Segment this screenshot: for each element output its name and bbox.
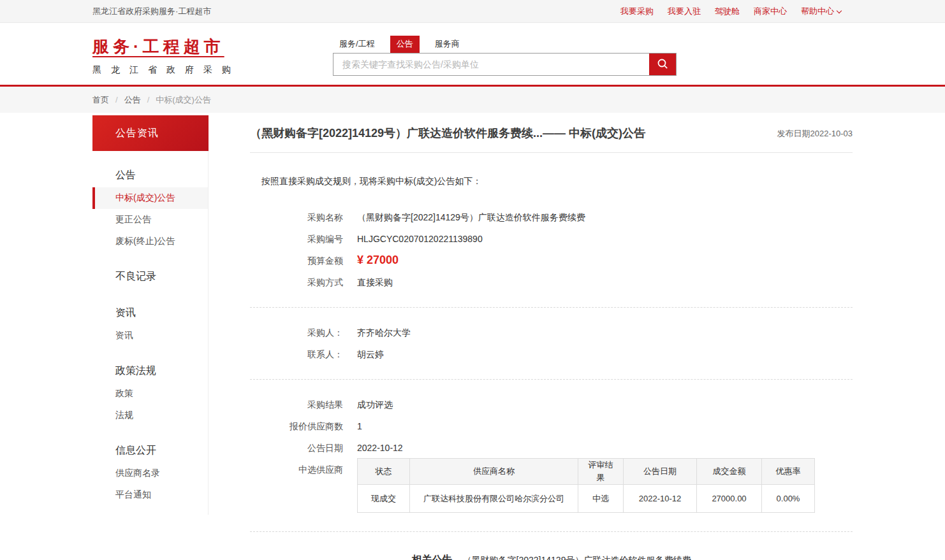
- sidebar-item-correction-announcement[interactable]: 更正公告: [92, 209, 208, 231]
- field-label: 采购方式: [250, 276, 343, 289]
- cell-deal-amount: 27000.00: [697, 485, 762, 513]
- publish-date: 发布日期2022-10-03: [758, 128, 853, 140]
- field-value: HLJGCYC02070120221139890: [357, 233, 483, 245]
- sidebar-header-announcements[interactable]: 公告: [92, 164, 208, 187]
- logo-subtitle: 黑龙江省政府采购: [92, 64, 245, 76]
- sidebar-group-announcements: 公告 中标(成交)公告 更正公告 废标(终止)公告: [92, 151, 208, 252]
- column-header-status: 状态: [358, 459, 410, 485]
- sidebar-group-policies: 政策法规 政策 法规: [92, 347, 208, 426]
- sidebar-item-policy[interactable]: 政策: [92, 383, 208, 405]
- content: 公告资讯 公告 中标(成交)公告 更正公告 废标(终止)公告 不良记录 资讯 资…: [92, 113, 853, 560]
- tab-announcements[interactable]: 公告: [390, 36, 420, 53]
- field-announcement-date: 公告日期 2022-10-12: [250, 437, 853, 459]
- site-title: 黑龙江省政府采购服务·工程超市: [92, 6, 211, 17]
- breadcrumb-bar: 首页 / 公告 / 中标(成交)公告: [0, 87, 945, 113]
- sidebar: 公告资讯 公告 中标(成交)公告 更正公告 废标(终止)公告 不良记录 资讯 资…: [92, 115, 209, 560]
- chevron-down-icon: [837, 8, 842, 13]
- top-bar: 黑龙江省政府采购服务·工程超市 我要采购 我要入驻 驾驶舱 商家中心 帮助中心: [0, 0, 945, 23]
- field-value: 齐齐哈尔大学: [357, 326, 411, 339]
- sidebar-item-cancellation-announcement[interactable]: 废标(终止)公告: [92, 231, 208, 252]
- tab-service-providers[interactable]: 服务商: [429, 36, 466, 53]
- field-value: 直接采购: [357, 276, 393, 289]
- topbar-link-cockpit[interactable]: 驾驶舱: [715, 6, 740, 17]
- topbar-links: 我要采购 我要入驻 驾驶舱 商家中心 帮助中心: [620, 6, 853, 17]
- field-contact-person: 联系人： 胡云婷: [250, 343, 853, 365]
- help-center-label: 帮助中心: [801, 6, 834, 16]
- field-label: 公告日期: [250, 442, 343, 454]
- search-input[interactable]: [333, 54, 649, 75]
- column-header-announcement-date: 公告日期: [624, 459, 697, 485]
- related-announcements: 相关公告 （黑财购备字[2022]14129号）广联达造价软件服务费续费: [250, 554, 853, 560]
- field-procurement-name: 采购名称 （黑财购备字[2022]14129号）广联达造价软件服务费续费: [250, 206, 853, 228]
- sidebar-menu: 公告 中标(成交)公告 更正公告 废标(终止)公告 不良记录 资讯 资讯 政策法…: [92, 151, 209, 515]
- breadcrumb: 首页 / 公告 / 中标(成交)公告: [92, 87, 853, 113]
- breadcrumb-separator: /: [115, 95, 118, 104]
- field-label: 采购人：: [250, 326, 343, 339]
- field-procurement-method: 采购方式 直接采购: [250, 271, 853, 293]
- sidebar-item-award-announcement[interactable]: 中标(成交)公告: [92, 187, 208, 209]
- selected-supplier-label: 中选供应商: [250, 463, 343, 476]
- field-label: 采购编号: [250, 233, 343, 245]
- related-announcement-link[interactable]: （黑财购备字[2022]14129号）广联达造价软件服务费续费: [463, 555, 691, 560]
- sidebar-title: 公告资讯: [92, 115, 209, 151]
- field-label: 联系人：: [250, 348, 343, 361]
- field-label: 采购结果: [250, 398, 343, 411]
- field-selected-supplier: 中选供应商 状态 供应商名称 评审结果 公告日期 成交金额 优惠率 现成交: [250, 459, 853, 517]
- field-value: 成功评选: [357, 398, 393, 411]
- sidebar-header-bad-records[interactable]: 不良记录: [92, 265, 208, 289]
- breadcrumb-current: 中标(成交)公告: [156, 94, 211, 106]
- tab-services-projects[interactable]: 服务/工程: [333, 36, 381, 53]
- column-header-supplier-name: 供应商名称: [410, 459, 578, 485]
- related-heading: 相关公告: [412, 554, 453, 560]
- breadcrumb-home[interactable]: 首页: [92, 94, 109, 106]
- intro-text: 按照直接采购成交规则，现将采购中标(成交)公告如下：: [261, 176, 853, 187]
- field-procurement-number: 采购编号 HLJGCYC02070120221139890: [250, 228, 853, 250]
- cell-review-result: 中选: [578, 485, 624, 513]
- cell-supplier-name: 广联达科技股份有限公司哈尔滨分公司: [410, 485, 578, 513]
- page-title: （黑财购备字[2022]14129号）广联达造价软件服务费续...—— 中标(成…: [250, 126, 645, 141]
- dashed-divider: [250, 531, 853, 532]
- sidebar-item-platform-notice[interactable]: 平台通知: [92, 484, 208, 506]
- dashed-divider: [250, 307, 853, 308]
- supplier-table-header-row: 状态 供应商名称 评审结果 公告日期 成交金额 优惠率: [358, 459, 815, 485]
- title-row: （黑财购备字[2022]14129号）广联达造价软件服务费续...—— 中标(成…: [250, 126, 853, 153]
- header: 服务·工程超市 黑龙江省政府采购 服务/工程 公告 服务商: [0, 23, 945, 85]
- field-label: 报价供应商数: [250, 420, 343, 433]
- search-tabs: 服务/工程 公告 服务商: [333, 36, 677, 53]
- sidebar-item-regulation[interactable]: 法规: [92, 405, 208, 426]
- topbar-link-join[interactable]: 我要入驻: [668, 6, 701, 17]
- search-area: 服务/工程 公告 服务商: [333, 36, 677, 76]
- sidebar-group-bad-records: 不良记录: [92, 252, 208, 289]
- topbar-link-merchant-center[interactable]: 商家中心: [754, 6, 787, 17]
- column-header-review-result: 评审结果: [578, 459, 624, 485]
- dashed-divider: [250, 379, 853, 380]
- site-logo: 服务·工程超市 黑龙江省政府采购: [92, 36, 245, 76]
- sidebar-header-policies[interactable]: 政策法规: [92, 359, 208, 383]
- field-label: 采购名称: [250, 211, 343, 224]
- field-value: 胡云婷: [357, 348, 384, 361]
- cell-status: 现成交: [358, 485, 410, 513]
- field-budget-amount: 预算金额 ¥ 27000: [250, 250, 853, 271]
- field-bidder-count: 报价供应商数 1: [250, 415, 853, 437]
- topbar-link-help-center[interactable]: 帮助中心: [801, 6, 841, 17]
- cell-discount-rate: 0.00%: [762, 485, 815, 513]
- budget-amount-value: ¥ 27000: [357, 254, 399, 266]
- logo-title: 服务·工程超市: [92, 36, 245, 58]
- search-button[interactable]: [649, 54, 676, 75]
- supplier-table: 状态 供应商名称 评审结果 公告日期 成交金额 优惠率 现成交 广联达科技股份有…: [357, 458, 815, 513]
- sidebar-group-disclosure: 信息公开 供应商名录 平台通知: [92, 426, 208, 506]
- sidebar-item-news[interactable]: 资讯: [92, 325, 208, 347]
- field-label: 预算金额: [250, 254, 343, 267]
- sidebar-header-news[interactable]: 资讯: [92, 301, 208, 325]
- field-value: 2022-10-12: [357, 442, 403, 454]
- field-value: 1: [357, 420, 362, 433]
- column-header-deal-amount: 成交金额: [697, 459, 762, 485]
- field-purchaser: 采购人： 齐齐哈尔大学: [250, 322, 853, 343]
- sidebar-item-supplier-directory[interactable]: 供应商名录: [92, 463, 208, 484]
- field-procurement-result: 采购结果 成功评选: [250, 394, 853, 415]
- column-header-discount-rate: 优惠率: [762, 459, 815, 485]
- table-row: 现成交 广联达科技股份有限公司哈尔滨分公司 中选 2022-10-12 2700…: [358, 485, 815, 513]
- sidebar-header-disclosure[interactable]: 信息公开: [92, 439, 208, 463]
- breadcrumb-announcements[interactable]: 公告: [124, 94, 141, 106]
- topbar-link-purchase[interactable]: 我要采购: [620, 6, 654, 17]
